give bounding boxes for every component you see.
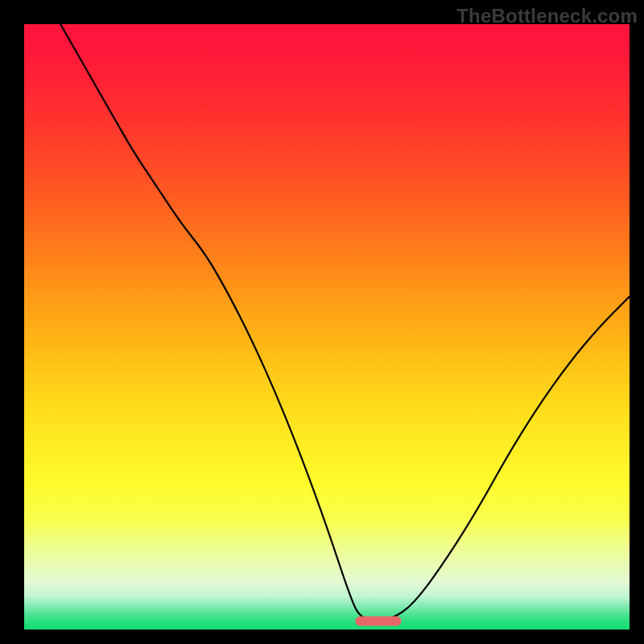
chart-background bbox=[24, 24, 630, 630]
chart-plot bbox=[24, 24, 630, 630]
stage: TheBottleneck.com bbox=[0, 0, 644, 644]
